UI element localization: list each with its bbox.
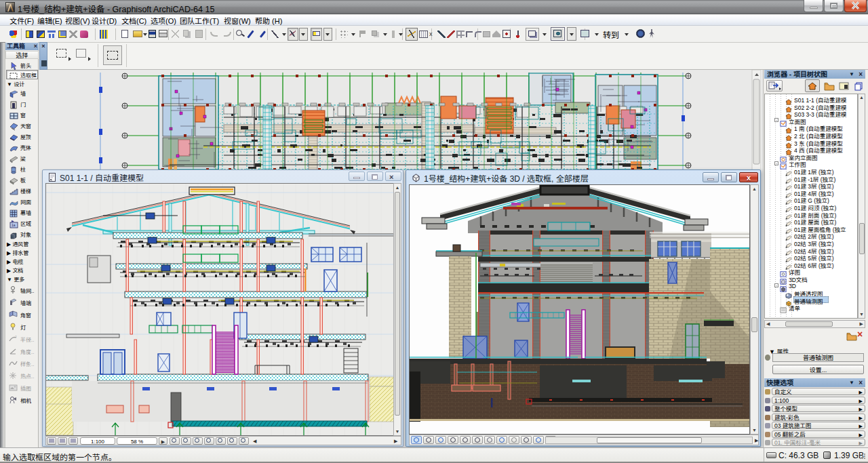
svg-text:1a: 1a xyxy=(12,223,16,227)
svg-text:+2: +2 xyxy=(14,335,17,338)
